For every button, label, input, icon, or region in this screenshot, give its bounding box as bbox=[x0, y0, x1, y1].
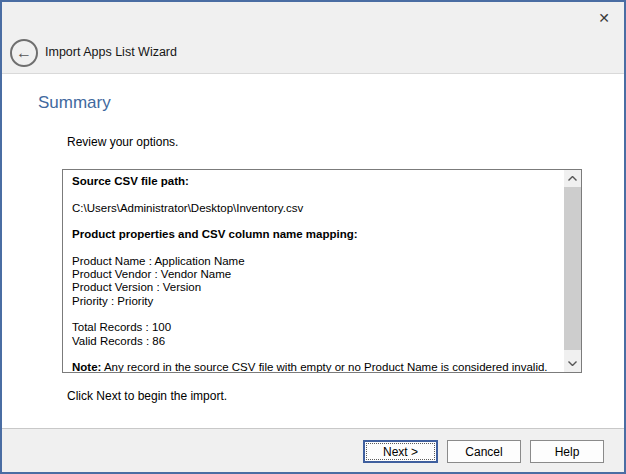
summary-line: Product Name : Application Name bbox=[72, 255, 560, 268]
summary-line: Valid Records : 86 bbox=[72, 335, 560, 348]
help-button[interactable]: Help bbox=[530, 440, 604, 463]
summary-line: Note: Any record in the source CSV file … bbox=[72, 361, 560, 372]
summary-line bbox=[72, 215, 560, 228]
instruction-text: Review your options. bbox=[67, 135, 178, 149]
click-next-text: Click Next to begin the import. bbox=[67, 389, 227, 403]
scrollbar-thumb[interactable] bbox=[564, 187, 581, 350]
summary-line bbox=[72, 241, 560, 254]
cancel-button[interactable]: Cancel bbox=[447, 440, 521, 463]
scrollbar-up-button[interactable] bbox=[564, 170, 581, 187]
wizard-title: Import Apps List Wizard bbox=[45, 45, 177, 59]
summary-line bbox=[72, 308, 560, 321]
button-bar: Next > Cancel Help bbox=[0, 429, 626, 474]
summary-textbox-content: Source CSV file path: C:\Users\Administr… bbox=[63, 170, 564, 372]
close-icon[interactable]: ✕ bbox=[591, 5, 617, 31]
summary-line bbox=[72, 188, 560, 201]
wizard-header: ✕ ← Import Apps List Wizard bbox=[0, 0, 626, 74]
vertical-scrollbar[interactable] bbox=[564, 170, 581, 372]
chevron-up-icon bbox=[568, 176, 577, 181]
scrollbar-down-button[interactable] bbox=[564, 355, 581, 372]
summary-line: Product Version : Version bbox=[72, 281, 560, 294]
summary-textbox[interactable]: Source CSV file path: C:\Users\Administr… bbox=[62, 169, 582, 373]
summary-line: Product Vendor : Vendor Name bbox=[72, 268, 560, 281]
summary-line bbox=[72, 348, 560, 361]
summary-line: Product properties and CSV column name m… bbox=[72, 228, 560, 241]
back-arrow-icon: ← bbox=[16, 45, 32, 61]
next-button[interactable]: Next > bbox=[363, 440, 438, 463]
chevron-down-icon bbox=[568, 361, 577, 366]
summary-line: C:\Users\Administrator\Desktop\Inventory… bbox=[72, 202, 560, 215]
summary-line: Source CSV file path: bbox=[72, 175, 560, 188]
back-button[interactable]: ← bbox=[10, 39, 38, 67]
import-wizard-dialog: ✕ ← Import Apps List Wizard Summary Revi… bbox=[0, 0, 626, 474]
summary-line: Priority : Priority bbox=[72, 295, 560, 308]
summary-line: Total Records : 100 bbox=[72, 321, 560, 334]
page-title: Summary bbox=[38, 93, 111, 113]
